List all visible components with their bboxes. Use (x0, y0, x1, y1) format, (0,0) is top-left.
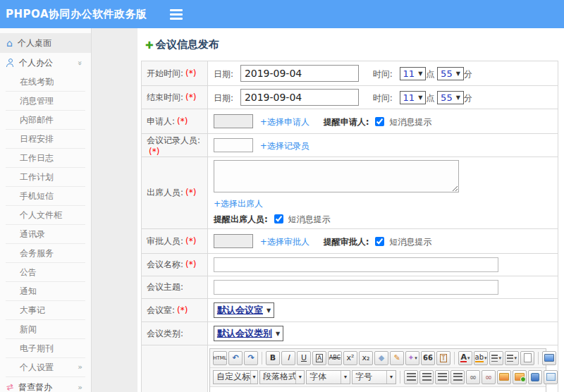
font-border-button[interactable]: A (312, 351, 326, 365)
new-document-button[interactable] (520, 351, 534, 365)
remove-link-button[interactable]: ∞ (482, 370, 496, 384)
approver-label: 审批人员: (147, 236, 183, 246)
sidebar-item-e-journal[interactable]: 电子期刊 (0, 339, 91, 358)
html-source-button[interactable]: HTML (213, 351, 227, 365)
approver-input[interactable] (214, 234, 253, 248)
content-panel: ✚ 会议信息发布 开始时间:(*) 日期: 时间: 11 ▼ 点 55 ▼ 分 (137, 28, 564, 392)
end-hour-select[interactable]: 11 ▼ (400, 91, 427, 104)
font-size-dropdown[interactable]: 字号▾ (352, 370, 396, 384)
sidebar-item-work-log[interactable]: 工作日志 (0, 149, 91, 168)
shuffle-icon: ⇄ (6, 381, 15, 392)
align-right-button[interactable] (435, 370, 449, 384)
end-date-input[interactable] (240, 89, 359, 106)
choose-recorder-link[interactable]: +选择记录员 (260, 141, 309, 151)
sidebar-item-notice[interactable]: 通知 (0, 282, 91, 301)
media-icon (531, 373, 539, 381)
sidebar-item-desktop[interactable]: ⌂ 个人桌面 (0, 33, 91, 53)
start-hour-select[interactable]: 11 ▼ (400, 67, 427, 80)
sidebar-item-meeting-service[interactable]: 会务服务 (0, 244, 91, 263)
applicant-label: 申请人: (147, 116, 175, 126)
caret-down-icon: ▼ (456, 71, 460, 77)
blockquote-button[interactable]: 66 (421, 351, 435, 365)
start-date-input[interactable] (240, 65, 359, 82)
ordered-list-button[interactable]: ▾ (489, 351, 503, 365)
start-minute-select[interactable]: 55 ▼ (437, 67, 464, 80)
align-left-button[interactable] (404, 370, 418, 384)
insert-link-button[interactable]: ∞ (466, 370, 480, 384)
sidebar-item-announcement[interactable]: 公告 (0, 263, 91, 282)
required-mark: (*) (185, 68, 196, 78)
bold-button[interactable]: B (266, 351, 280, 365)
sidebar-item-schedule[interactable]: 日程安排 (0, 130, 91, 149)
meeting-topic-input[interactable] (214, 280, 498, 295)
sidebar-item-contacts[interactable]: 通讯录 (0, 225, 91, 244)
align-justify-button[interactable] (450, 370, 465, 384)
sidebar-item-messages[interactable]: 消息管理 (0, 92, 91, 111)
italic-button[interactable]: I (281, 351, 295, 365)
caret-down-icon: ▼ (266, 307, 271, 314)
sidebar-item-attendance[interactable]: 在线考勤 (0, 73, 91, 92)
choose-attendees-link[interactable]: +选择出席人 (214, 199, 263, 209)
eraser-icon[interactable]: ◆ (374, 351, 388, 365)
fullscreen-button[interactable] (542, 351, 556, 365)
editor-content-area[interactable] (210, 387, 546, 392)
sidebar: ⌂ 个人桌面 个人办公 » 在线考勤 消息管理 内部邮件 日程安排 工作日志 工… (0, 28, 92, 392)
caret-down-icon: ▼ (456, 94, 460, 101)
start-time-label: 开始时间: (147, 68, 183, 78)
paragraph-format-dropdown[interactable]: 段落格式▾ (259, 370, 305, 384)
font-family-dropdown[interactable]: 字体▾ (306, 370, 350, 384)
strikethrough-button[interactable]: ABC (328, 351, 342, 365)
remind-attendees-label: 提醒出席人员: (214, 214, 268, 224)
recorder-input[interactable] (214, 138, 253, 152)
meeting-category-select[interactable]: 默认会议类别 ▼ (214, 326, 283, 341)
upload-image-button[interactable] (513, 370, 527, 384)
sidebar-item-file-cabinet[interactable]: 个人文件柜 (0, 206, 91, 225)
sidebar-item-news[interactable]: 新闻 (0, 320, 91, 339)
applicant-input[interactable] (214, 114, 253, 128)
insert-media-button[interactable] (528, 370, 542, 384)
applicant-sms-checkbox[interactable] (375, 117, 384, 126)
sidebar-item-work-plan[interactable]: 工作计划 (0, 168, 91, 187)
page-title: ✚ 会议信息发布 (145, 38, 564, 51)
attendees-sms-checkbox[interactable] (274, 214, 283, 223)
caret-down-icon: ▼ (276, 331, 280, 337)
form-row-approver: 审批人员:(*) +选择审批人 提醒审批人: 短消息提示 (142, 229, 558, 254)
align-center-icon (422, 373, 431, 381)
sidebar-item-office[interactable]: 个人办公 » (0, 53, 91, 73)
choose-applicant-link[interactable]: +选择申请人 (260, 117, 309, 127)
blank-page-icon (524, 353, 532, 362)
sidebar-item-events[interactable]: 大事记 (0, 301, 91, 320)
superscript-button[interactable]: x² (343, 351, 357, 365)
sidebar-item-sms[interactable]: 手机短信 (0, 187, 91, 206)
choose-approver-link[interactable]: +选择审批人 (260, 237, 309, 247)
meeting-name-input[interactable] (214, 257, 498, 272)
meeting-room-select[interactable]: 默认会议室 ▼ (214, 302, 274, 318)
meeting-room-label: 会议室: (147, 305, 175, 315)
undo-button[interactable]: ↶ (228, 351, 243, 365)
custom-title-dropdown[interactable]: 自定义标题▾ (213, 370, 258, 384)
approver-sms-checkbox[interactable] (375, 237, 384, 246)
sidebar-item-internal-mail[interactable]: 内部邮件 (0, 111, 91, 130)
insert-table-button[interactable] (544, 370, 558, 384)
insert-image-button[interactable] (497, 370, 511, 384)
caret-down-icon: ▾ (484, 355, 487, 361)
redo-button[interactable]: ↷ (244, 351, 258, 365)
sidebar-item-supervision[interactable]: ⇄ 督查督办 » (0, 377, 91, 392)
attendees-textarea[interactable] (214, 160, 459, 192)
hamburger-menu-icon[interactable] (170, 8, 184, 20)
font-color-button[interactable]: A▾ (458, 351, 472, 365)
list-icon (491, 355, 498, 362)
caret-down-icon: ▾ (295, 371, 304, 384)
highlight-button[interactable]: ab▾ (474, 351, 488, 365)
main-area: ✚ 会议信息发布 开始时间:(*) 日期: 时间: 11 ▼ 点 55 ▼ 分 (92, 28, 564, 392)
underline-button[interactable]: U (297, 351, 311, 365)
unordered-list-button[interactable]: ▾ (505, 351, 519, 365)
autotypeset-button[interactable]: ✦▾ (405, 351, 419, 365)
paste-as-text-button[interactable]: T (436, 351, 450, 365)
subscript-button[interactable]: x₂ (359, 351, 373, 365)
format-brush-icon[interactable]: ✎ (390, 351, 404, 365)
align-center-button[interactable] (419, 370, 434, 384)
image-icon (499, 373, 509, 381)
sidebar-item-settings[interactable]: 个人设置 » (0, 358, 91, 377)
end-minute-select[interactable]: 55 ▼ (437, 91, 464, 104)
